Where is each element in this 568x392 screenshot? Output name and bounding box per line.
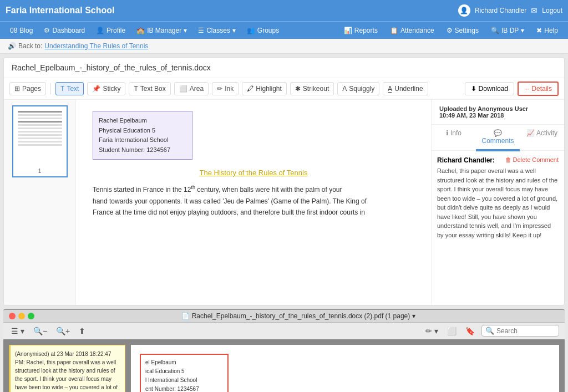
tab-info[interactable]: ℹ Info <box>432 125 476 150</box>
ib-dp-nav-item[interactable]: 🔍 IB DP ▾ <box>486 24 529 37</box>
search-input[interactable] <box>496 327 557 335</box>
pdf-zoom-out-button[interactable]: 🔍− <box>31 325 49 337</box>
classes-icon: ☰ <box>198 27 204 34</box>
download-button[interactable]: ⬇ Download <box>465 82 514 95</box>
file-name: Rachel_Epelbaum_-_history_of_the_rules_o… <box>12 63 211 72</box>
pages-label: Pages <box>22 85 41 93</box>
thumb-line <box>18 111 62 113</box>
groups-nav-item[interactable]: 👥 Groups <box>242 24 283 37</box>
thumb-line <box>18 131 62 133</box>
comment-header: Richard Chandler: 🗑 Delete Comment <box>437 156 559 164</box>
sticky-button[interactable]: 📌 Sticky <box>87 82 125 95</box>
school-name: Faria International School <box>6 6 114 16</box>
strikeout-label: Strikeout <box>303 85 329 93</box>
top-nav-left: Faria International School <box>6 6 114 16</box>
area-label: Area <box>190 85 204 93</box>
search-icon: 🔍 <box>485 327 494 335</box>
pdf-zoom-in-button[interactable]: 🔍+ <box>54 325 72 337</box>
details-button[interactable]: ··· Details <box>518 82 559 96</box>
document-body: Tennis started in France in the 12th cen… <box>93 184 414 218</box>
textbox-button[interactable]: T Text Box <box>129 82 170 95</box>
author-class: Physical Education 5 <box>99 126 186 136</box>
ib-manager-nav-item[interactable]: 🏫 IB Manager ▾ <box>132 24 191 37</box>
back-label: Back to: <box>18 42 42 50</box>
profile-nav-item[interactable]: 👤 Profile <box>92 24 130 37</box>
author-school: Faria International School <box>99 135 186 145</box>
upload-info: Uploaded by Anonymous User 10:49 AM, 23 … <box>432 100 564 125</box>
minimize-button[interactable] <box>18 313 25 319</box>
ib-dp-chevron-icon: ▾ <box>521 27 524 34</box>
document-view: Rachel Epelbaum Physical Education 5 Far… <box>76 100 431 305</box>
classes-nav-item[interactable]: ☰ Classes ▾ <box>194 24 240 37</box>
pdf-select-button[interactable]: ⬜ <box>445 325 459 337</box>
pdf-author-line2: ical Education 5 <box>145 367 223 376</box>
delete-comment-button[interactable]: 🗑 Delete Comment <box>505 156 559 163</box>
pdf-content: (Anonymised) at 23 Mar 2018 18:22:47 PM:… <box>3 339 565 392</box>
tab-activity[interactable]: 📈 Activity <box>520 125 564 150</box>
paragraph-3: France at the time did not enjoy playing… <box>93 207 414 218</box>
help-nav-item[interactable]: ✖ Help <box>532 24 562 37</box>
blog-nav-item[interactable]: 08 Blog <box>6 24 37 37</box>
document-author-box: Rachel Epelbaum Physical Education 5 Far… <box>93 111 192 160</box>
settings-nav-item[interactable]: ⚙ Settings <box>442 24 483 37</box>
breadcrumb-link[interactable]: Understanding The Rules of Tennis <box>44 42 148 50</box>
user-name: Richard Chandler <box>475 7 526 14</box>
main-container: Rachel_Epelbaum_-_history_of_the_rules_o… <box>3 57 565 306</box>
pdf-sidebar-button[interactable]: ☰ ▾ <box>9 325 27 337</box>
text-button[interactable]: T Text <box>55 82 84 95</box>
thumbnail-page-1[interactable]: 1 <box>12 105 68 177</box>
attendance-icon: 📋 <box>390 27 398 34</box>
profile-icon: 👤 <box>96 27 104 34</box>
close-button[interactable] <box>9 313 16 319</box>
highlight-button[interactable]: 🖍 Highlight <box>242 82 287 95</box>
underline-button[interactable]: A̲ Underline <box>383 82 428 95</box>
pdf-bookmark-button[interactable]: 🔖 <box>463 325 477 337</box>
underline-icon: A̲ <box>388 85 392 93</box>
sub-nav-right: 📊 Reports 📋 Attendance ⚙ Settings 🔍 IB D… <box>339 24 562 37</box>
thumb-line <box>18 144 62 146</box>
delete-label: Delete Comment <box>513 156 559 163</box>
strikeout-button[interactable]: ✱ Strikeout <box>290 82 334 95</box>
classes-chevron-icon: ▾ <box>232 27 236 34</box>
annotation-toolbar: ⊞ Pages T Text 📌 Sticky T Text Box ⬜ Are… <box>4 78 564 100</box>
settings-icon: ⚙ <box>447 27 453 34</box>
ib-manager-icon: 🏫 <box>136 27 145 34</box>
maximize-button[interactable] <box>28 313 34 319</box>
groups-label: Groups <box>257 27 279 34</box>
thumbnail-preview <box>16 109 64 166</box>
details-tabs: ℹ Info 💬 Comments 📈 Activity <box>432 125 564 151</box>
sticky-label: Sticky <box>103 85 120 93</box>
groups-icon: 👥 <box>247 27 255 34</box>
toolbar-separator-1 <box>50 83 51 94</box>
ib-dp-label: IB DP <box>501 27 519 34</box>
ib-dp-icon: 🔍 <box>491 27 499 34</box>
pdf-annotate-button[interactable]: ✏ ▾ <box>423 325 440 337</box>
tab-comments[interactable]: 💬 Comments <box>476 125 520 150</box>
classes-label: Classes <box>206 27 230 34</box>
paragraph-1: Tennis started in France in the 12th cen… <box>93 184 414 195</box>
avatar: 👤 <box>458 4 470 17</box>
squiggly-button[interactable]: A Squiggly <box>337 82 379 95</box>
comment-section: Richard Chandler: 🗑 Delete Comment Rache… <box>432 151 564 305</box>
area-button[interactable]: ⬜ Area <box>174 82 209 95</box>
mail-icon: ✉ <box>531 6 537 15</box>
download-icon: ⬇ <box>471 85 476 93</box>
thumb-line <box>18 124 62 126</box>
text-label: Text <box>67 85 79 93</box>
ink-button[interactable]: ✏ Ink <box>212 82 239 95</box>
logout-button[interactable]: Logout <box>542 7 562 14</box>
pages-button[interactable]: ⊞ Pages <box>9 82 46 95</box>
pdf-comment-text: (Anonymised) at 23 Mar 2018 18:22:47 PM:… <box>15 351 119 392</box>
ink-icon: ✏ <box>217 85 222 93</box>
reports-nav-item[interactable]: 📊 Reports <box>339 24 382 37</box>
dashboard-nav-item[interactable]: ⚙ Dashboard <box>39 24 89 37</box>
document-title[interactable]: The History of the Rules of Tennis <box>93 169 414 177</box>
thumbnail-panel: 1 <box>4 100 76 305</box>
toolbar-right: ⬇ Download ··· Details <box>465 82 559 96</box>
attendance-nav-item[interactable]: 📋 Attendance <box>386 24 439 37</box>
pdf-viewer: 📄 Rachel_Epelbaum_-_history_of_the_rules… <box>3 309 565 392</box>
settings-label: Settings <box>455 27 479 34</box>
details-label: ··· Details <box>524 85 552 93</box>
breadcrumb: 🔊 Back to: Understanding The Rules of Te… <box>0 39 568 54</box>
pdf-share-button[interactable]: ⬆ <box>77 325 88 337</box>
